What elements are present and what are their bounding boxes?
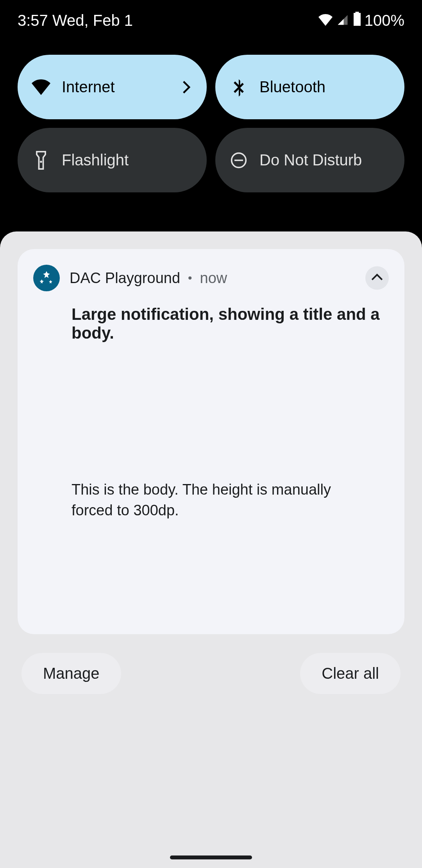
qs-tile-label: Flashlight bbox=[62, 151, 129, 169]
status-icons-group bbox=[318, 12, 361, 29]
notification-title: Large notification, showing a title and … bbox=[72, 305, 389, 343]
battery-icon bbox=[353, 12, 361, 29]
qs-tile-dnd[interactable]: Do Not Disturb bbox=[215, 128, 404, 192]
app-icon bbox=[33, 265, 60, 291]
notification-card[interactable]: DAC Playground • now Large notification,… bbox=[18, 249, 404, 634]
wifi-icon bbox=[31, 77, 51, 97]
manage-button[interactable]: Manage bbox=[21, 653, 121, 694]
notification-actions: Manage Clear all bbox=[18, 653, 404, 694]
wifi-icon bbox=[318, 12, 333, 29]
status-bar: 3:57 Wed, Feb 1 100% bbox=[0, 0, 422, 37]
qs-tile-label: Internet bbox=[62, 78, 115, 96]
quick-settings-panel: Internet Bluetooth Flashlight Do Not Dis… bbox=[0, 37, 422, 204]
separator: • bbox=[188, 271, 192, 285]
status-indicators: 100% bbox=[318, 12, 404, 29]
flashlight-icon bbox=[31, 151, 51, 170]
signal-icon bbox=[336, 12, 349, 29]
status-time: 3:57 bbox=[18, 12, 48, 29]
status-datetime: 3:57 Wed, Feb 1 bbox=[18, 12, 133, 29]
collapse-button[interactable] bbox=[365, 266, 389, 290]
chevron-up-icon bbox=[371, 273, 383, 283]
qs-tile-bluetooth[interactable]: Bluetooth bbox=[215, 55, 404, 119]
status-date: Wed, Feb 1 bbox=[52, 12, 133, 29]
svg-point-0 bbox=[40, 160, 42, 163]
chevron-right-icon bbox=[179, 80, 193, 94]
qs-tile-label: Bluetooth bbox=[259, 78, 325, 96]
navigation-handle[interactable] bbox=[170, 855, 252, 859]
notification-header: DAC Playground • now bbox=[33, 265, 389, 291]
battery-percent: 100% bbox=[365, 12, 404, 29]
notification-time: now bbox=[200, 270, 227, 287]
notification-body: This is the body. The height is manually… bbox=[72, 479, 368, 521]
bluetooth-icon bbox=[229, 77, 249, 97]
qs-tile-label: Do Not Disturb bbox=[259, 151, 362, 169]
clear-all-button[interactable]: Clear all bbox=[300, 653, 401, 694]
dnd-icon bbox=[229, 151, 249, 170]
qs-tile-internet[interactable]: Internet bbox=[18, 55, 207, 119]
notification-shade: DAC Playground • now Large notification,… bbox=[0, 231, 422, 868]
qs-tile-flashlight[interactable]: Flashlight bbox=[18, 128, 207, 192]
notification-app-name: DAC Playground bbox=[70, 270, 180, 287]
